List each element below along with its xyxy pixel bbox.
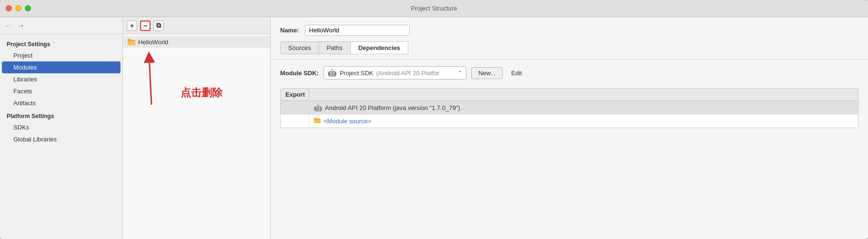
android-platform-name: Android API 20 Platform (java version "1… bbox=[325, 104, 460, 111]
detail-body: Module SDK: 🤖 Project SDK (Android API 2… bbox=[271, 60, 868, 239]
svg-rect-6 bbox=[314, 120, 321, 123]
module-panel: + − ⧉ HelloWorld bbox=[123, 17, 271, 239]
sdk-detail: (Android API 20 Platfor bbox=[376, 70, 439, 77]
sidebar-item-project[interactable]: Project bbox=[0, 50, 122, 61]
title-bar: Project Structure bbox=[0, 0, 868, 17]
window-title: Project Structure bbox=[411, 5, 457, 12]
tab-sources[interactable]: Sources bbox=[280, 41, 319, 54]
sidebar: ← → Project Settings Project Modules Lib… bbox=[0, 17, 123, 239]
tab-dependencies[interactable]: Dependencies bbox=[351, 41, 408, 54]
android-icon: 🤖 bbox=[328, 69, 337, 77]
name-label: Name: bbox=[280, 27, 299, 34]
annotation-area: 点击删除 bbox=[123, 48, 270, 143]
tab-paths[interactable]: Paths bbox=[319, 41, 351, 54]
sidebar-item-facets[interactable]: Facets bbox=[0, 85, 122, 97]
deps-row-android-platform[interactable]: 🤖 Android API 20 Platform (java version … bbox=[281, 101, 858, 115]
tabs-row: Sources Paths Dependencies bbox=[280, 41, 858, 54]
name-row: Name: bbox=[280, 25, 858, 36]
platform-settings-header: Platform Settings bbox=[0, 109, 122, 121]
remove-module-button[interactable]: − bbox=[140, 20, 151, 31]
back-arrow[interactable]: ← bbox=[5, 21, 12, 30]
detail-header: Name: Sources Paths Dependencies bbox=[271, 17, 868, 60]
dependencies-table: Export 🤖 Android API 20 Platform (java v… bbox=[280, 88, 858, 128]
name-cell-2: <Module source> bbox=[309, 115, 858, 128]
svg-rect-1 bbox=[128, 41, 135, 45]
module-source-folder-icon bbox=[314, 118, 321, 125]
export-cell-2 bbox=[281, 115, 309, 128]
module-toolbar: + − ⧉ bbox=[123, 17, 270, 34]
sdk-label: Module SDK: bbox=[280, 70, 319, 77]
new-sdk-button[interactable]: New... bbox=[471, 67, 503, 79]
sidebar-item-artifacts[interactable]: Artifacts bbox=[0, 97, 122, 109]
sidebar-item-libraries[interactable]: Libraries bbox=[0, 73, 122, 85]
edit-sdk-button[interactable]: Edit bbox=[507, 68, 525, 79]
main-content: ← → Project Settings Project Modules Lib… bbox=[0, 17, 868, 239]
project-structure-window: Project Structure ← → Project Settings P… bbox=[0, 0, 868, 239]
sidebar-item-modules[interactable]: Modules bbox=[2, 61, 121, 73]
name-input[interactable] bbox=[305, 25, 410, 36]
annotation-text: 点击删除 bbox=[181, 86, 222, 100]
export-cell-1 bbox=[281, 101, 309, 114]
svg-line-4 bbox=[149, 57, 151, 105]
sidebar-nav-bar: ← → bbox=[0, 17, 122, 34]
add-module-button[interactable]: + bbox=[127, 20, 137, 31]
sdk-name: Project SDK bbox=[340, 70, 373, 77]
name-cell-1: 🤖 Android API 20 Platform (java version … bbox=[309, 101, 858, 114]
name-col-header bbox=[309, 89, 858, 100]
svg-rect-2 bbox=[128, 39, 131, 40]
module-name: HelloWorld bbox=[138, 39, 168, 46]
module-folder-icon bbox=[128, 38, 135, 46]
sdk-row: Module SDK: 🤖 Project SDK (Android API 2… bbox=[280, 66, 858, 80]
forward-arrow[interactable]: → bbox=[17, 21, 25, 30]
svg-rect-7 bbox=[314, 118, 317, 120]
module-item-helloworld[interactable]: HelloWorld bbox=[123, 36, 270, 48]
detail-panel: Name: Sources Paths Dependencies bbox=[271, 17, 868, 239]
maximize-button[interactable] bbox=[25, 5, 31, 11]
sidebar-items: Project Settings Project Modules Librari… bbox=[0, 34, 122, 239]
sdk-selector[interactable]: 🤖 Project SDK (Android API 20 Platfor ⌃ bbox=[323, 66, 466, 80]
deps-row-module-source[interactable]: <Module source> bbox=[281, 115, 858, 128]
sidebar-item-sdks[interactable]: SDKs bbox=[0, 121, 122, 133]
close-button[interactable] bbox=[6, 5, 12, 11]
chevron-down-icon: ⌃ bbox=[458, 70, 462, 76]
deps-table-header: Export bbox=[281, 89, 858, 101]
module-source-name[interactable]: <Module source> bbox=[323, 118, 371, 125]
sidebar-item-global-libraries[interactable]: Global Libraries bbox=[0, 133, 122, 145]
android-platform-icon: 🤖 bbox=[314, 104, 322, 111]
module-list: HelloWorld 点击删除 bbox=[123, 34, 270, 239]
project-settings-header: Project Settings bbox=[0, 37, 122, 50]
copy-module-button[interactable]: ⧉ bbox=[153, 20, 164, 31]
export-col-header: Export bbox=[281, 89, 309, 100]
traffic-lights bbox=[6, 5, 31, 11]
minimize-button[interactable] bbox=[15, 5, 21, 11]
